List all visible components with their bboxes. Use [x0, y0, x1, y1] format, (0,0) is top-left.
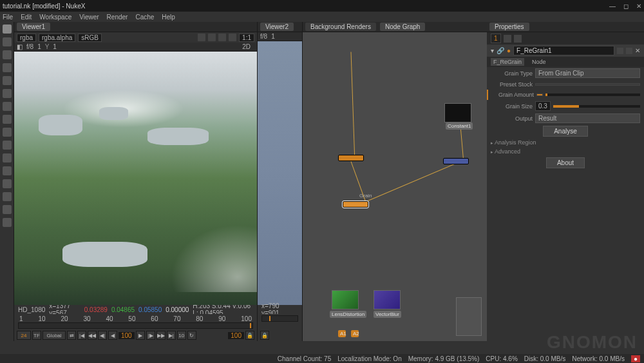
sync-icon[interactable]: ⇄	[67, 331, 76, 340]
loop-icon[interactable]: ↻	[187, 331, 196, 340]
clear-props-icon[interactable]	[504, 35, 511, 43]
viewer1-canvas[interactable]	[14, 52, 257, 305]
view-mode[interactable]: 2D	[242, 43, 251, 50]
roi-icon[interactable]	[208, 34, 216, 41]
subtab-regrain[interactable]: F_ReGrain	[491, 58, 524, 66]
analysis-region-group[interactable]: Analysis Region	[487, 138, 644, 147]
menu-workspace[interactable]: Workspace	[39, 14, 71, 21]
v2-fstop[interactable]: f/8	[260, 33, 267, 40]
play-back-icon[interactable]: ◀	[108, 331, 117, 340]
timeline[interactable]: 1102030405060708090100	[14, 314, 257, 329]
tool-select-icon[interactable]	[3, 25, 12, 34]
lens-thumb[interactable]	[332, 290, 359, 309]
bg-renders-tab[interactable]: Background Renders	[305, 23, 376, 31]
grain-amount-input[interactable]	[536, 93, 543, 96]
properties-tab[interactable]: Properties	[489, 23, 529, 31]
wipe-icon[interactable]	[198, 34, 205, 41]
clip-icon[interactable]: ◧	[17, 43, 23, 50]
tool-merge-icon[interactable]	[3, 89, 12, 98]
step-fwd-icon[interactable]: |▶	[146, 331, 155, 340]
tool-meta-icon[interactable]	[3, 166, 12, 175]
first-frame-icon[interactable]: |◀	[77, 331, 86, 340]
node-graph[interactable]: Constant1 Grain LensDistortion VectorBlu…	[303, 32, 487, 341]
channel-select[interactable]: rgba	[17, 34, 36, 42]
fstop-select[interactable]: f/8	[26, 43, 33, 50]
refresh-icon[interactable]	[218, 34, 226, 41]
tool-3d-icon[interactable]	[3, 115, 12, 124]
advanced-group[interactable]: Advanced	[487, 147, 644, 156]
node-name-input[interactable]	[513, 46, 614, 55]
zoom-ratio[interactable]: 1:1	[239, 34, 254, 42]
node-link-icon[interactable]: 🔗	[497, 47, 504, 54]
node-collapse-icon[interactable]: ▾	[491, 47, 494, 54]
grain-amount-slider[interactable]	[545, 93, 640, 96]
tf-toggle[interactable]: TF	[32, 331, 41, 340]
subtab-node[interactable]: Node	[529, 58, 549, 66]
tool-plugin-icon[interactable]	[3, 205, 12, 214]
menu-file[interactable]: File	[3, 14, 13, 21]
output-select[interactable]: Result	[535, 113, 640, 123]
lock-props-icon[interactable]	[514, 35, 522, 43]
tool-keyer-icon[interactable]	[3, 76, 12, 85]
a1-dot[interactable]: A1	[338, 330, 346, 337]
regrain-node[interactable]	[343, 201, 368, 208]
scope-select[interactable]: Global	[43, 331, 66, 340]
alpha-select[interactable]: rgba.alpha	[39, 34, 75, 42]
menu-render[interactable]: Render	[107, 14, 128, 21]
constant-thumb[interactable]	[444, 103, 471, 123]
props-count[interactable]: 1	[491, 34, 501, 43]
last-frame-icon[interactable]: ▶|	[167, 331, 176, 340]
maximize-icon[interactable]: ◻	[623, 3, 629, 10]
end-frame[interactable]: 100	[228, 332, 244, 339]
a2-dot[interactable]: A2	[351, 330, 359, 337]
preset-stock-select[interactable]	[535, 83, 640, 86]
step-back-icon[interactable]: ◀|	[98, 331, 107, 340]
node-redo-icon[interactable]	[626, 48, 632, 54]
tool-filter-icon[interactable]	[3, 63, 12, 72]
minimap[interactable]	[456, 297, 482, 336]
play-fwd-icon[interactable]: ▶	[136, 331, 145, 340]
step-size[interactable]: 10	[177, 331, 186, 340]
grain-size-input[interactable]: 0.3	[535, 101, 551, 111]
colorspace-select[interactable]: sRGB	[78, 34, 102, 42]
node-undo-icon[interactable]	[617, 48, 623, 54]
tool-particles-icon[interactable]	[3, 128, 12, 137]
pause-icon[interactable]	[229, 34, 236, 41]
tool-transform-icon[interactable]	[3, 102, 12, 111]
tool-color-icon[interactable]	[3, 37, 12, 46]
tool-extra-icon[interactable]	[3, 218, 12, 227]
menu-help[interactable]: Help	[162, 14, 175, 21]
viewer2-canvas[interactable]	[258, 41, 302, 305]
v2-fval[interactable]: 1	[271, 33, 275, 40]
tool-furnace-icon[interactable]	[3, 192, 12, 201]
lens-label: LensDistortion	[330, 311, 366, 318]
vector-thumb[interactable]	[374, 290, 401, 309]
grain-size-slider[interactable]	[553, 105, 640, 108]
analyse-button[interactable]: Analyse	[543, 126, 588, 137]
current-frame[interactable]: 100	[118, 332, 135, 339]
minimize-icon[interactable]: —	[609, 3, 616, 10]
menu-viewer[interactable]: Viewer	[79, 14, 99, 21]
tool-views-icon[interactable]	[3, 153, 12, 162]
gamma-input[interactable]: 1	[53, 43, 57, 50]
close-icon[interactable]: ✕	[636, 3, 641, 10]
viewer1-tab[interactable]: Viewer1	[17, 23, 50, 31]
menu-edit[interactable]: Edit	[21, 14, 32, 21]
tool-channel-icon[interactable]	[3, 50, 12, 59]
switch-node[interactable]	[443, 158, 469, 164]
fval-input[interactable]: 1	[37, 43, 41, 50]
node-close-icon[interactable]: ✕	[635, 47, 640, 54]
next-key-icon[interactable]: ▶▶	[156, 331, 166, 340]
grain-type-select[interactable]: From Grain Clip	[535, 68, 640, 78]
read-node[interactable]	[338, 155, 364, 161]
node-graph-tab[interactable]: Node Graph	[380, 23, 425, 31]
lock-icon[interactable]: 🔒	[245, 331, 254, 340]
about-button[interactable]: About	[546, 157, 585, 168]
menu-cache[interactable]: Cache	[135, 14, 154, 21]
v2-lock-icon[interactable]: 🔒	[260, 331, 269, 340]
viewer2-tab[interactable]: Viewer2	[260, 23, 294, 31]
tool-deep-icon[interactable]	[3, 141, 12, 150]
fps-value[interactable]: 24	[17, 331, 31, 340]
prev-key-icon[interactable]: ◀◀	[88, 331, 97, 340]
tool-other-icon[interactable]	[3, 179, 12, 188]
